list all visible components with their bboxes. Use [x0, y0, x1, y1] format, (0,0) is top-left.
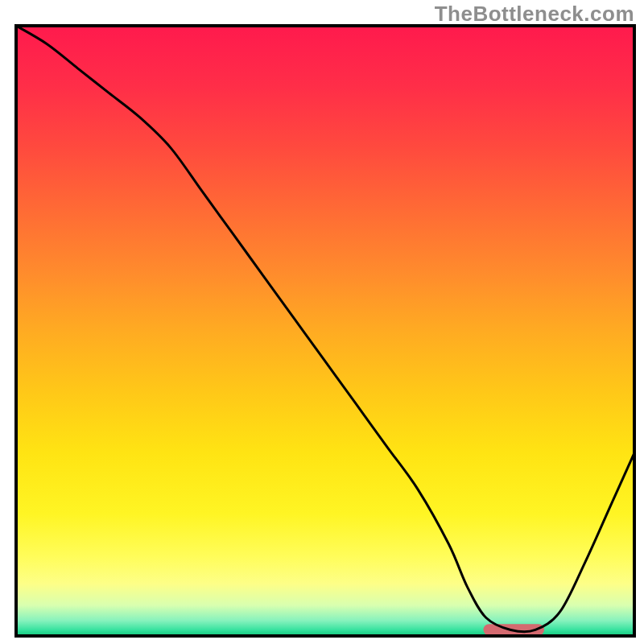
bottleneck-chart	[0, 0, 644, 644]
chart-container: { "watermark": "TheBottleneck.com", "cha…	[0, 0, 644, 644]
watermark-text: TheBottleneck.com	[435, 2, 634, 27]
gradient-background	[16, 26, 634, 636]
